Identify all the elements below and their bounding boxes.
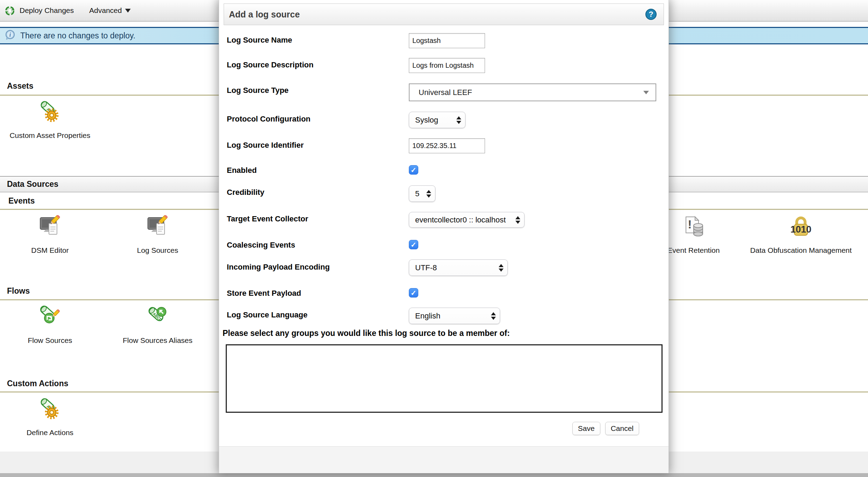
- caret-down-icon: [125, 9, 131, 13]
- admin-item-dsm-editor[interactable]: DSM Editor: [0, 215, 102, 256]
- log-source-type-dropdown[interactable]: Universal LEEF: [409, 83, 656, 101]
- select-stepper-icon: [456, 116, 461, 124]
- incoming-payload-encoding-label: Incoming Payload Encoding: [227, 263, 330, 272]
- admin-item-define-actions[interactable]: AB Define Actions: [0, 397, 102, 438]
- admin-item-log-sources[interactable]: Log Sources: [105, 215, 210, 256]
- groups-selection-box[interactable]: [226, 344, 663, 413]
- padlock-1010-icon: 1010: [748, 215, 853, 237]
- info-bubble-icon: i: [5, 30, 15, 42]
- target-event-collector-value: eventcollector0 :: localhost: [415, 215, 506, 225]
- add-log-source-dialog: Add a log source ? Log Source Name Log S…: [219, 0, 669, 473]
- log-source-language-select[interactable]: English: [409, 308, 500, 324]
- deploy-arrows-icon: [5, 6, 15, 17]
- protocol-configuration-select[interactable]: Syslog: [409, 112, 465, 128]
- coalescing-events-checkbox[interactable]: [409, 240, 418, 249]
- page-bottom-strip: [0, 473, 868, 477]
- admin-item-flow-sources[interactable]: Flow Sources: [0, 305, 102, 346]
- flow-banner-arrow-icon: ABCD: [105, 305, 210, 328]
- question-mark-icon[interactable]: ?: [645, 9, 657, 20]
- incoming-payload-encoding-value: UTF-8: [415, 263, 437, 272]
- incoming-payload-encoding-select[interactable]: UTF-8: [409, 259, 508, 276]
- select-stepper-icon: [499, 264, 504, 272]
- select-stepper-icon: [426, 190, 431, 198]
- target-event-collector-select[interactable]: eventcollector0 :: localhost: [409, 212, 525, 228]
- log-source-type-label: Log Source Type: [227, 86, 289, 95]
- log-source-type-value: Universal LEEF: [419, 88, 472, 97]
- section-title-assets: Assets: [7, 81, 33, 91]
- monitor-pencil-icon: [105, 215, 210, 237]
- icon-caption: Data Obfuscation Management: [748, 245, 853, 256]
- credibility-label: Credibility: [227, 188, 265, 197]
- icon-caption: Flow Sources: [0, 335, 102, 346]
- log-source-description-label: Log Source Description: [227, 60, 313, 69]
- scroll-gear-icon: AB: [0, 100, 102, 123]
- icon-caption: Flow Sources Aliases: [105, 335, 210, 346]
- icon-caption: Define Actions: [0, 427, 102, 438]
- log-source-description-input[interactable]: [409, 58, 485, 73]
- dialog-button-row: Save Cancel: [572, 422, 639, 435]
- chevron-down-icon: [643, 91, 649, 94]
- admin-item-custom-asset-properties[interactable]: AB Custom Asset Properties: [0, 100, 102, 141]
- deploy-changes-label: Deploy Changes: [20, 6, 74, 15]
- section-title-events: Events: [8, 196, 35, 206]
- credibility-select[interactable]: 5: [409, 185, 435, 202]
- target-event-collector-label: Target Event Collector: [227, 214, 308, 223]
- icon-caption: Custom Asset Properties: [0, 130, 102, 141]
- icon-caption: DSM Editor: [0, 245, 102, 256]
- monitor-pencil-icon: [0, 215, 102, 237]
- admin-item-flow-sources-aliases[interactable]: ABCD Flow Sources Aliases: [105, 305, 210, 346]
- log-source-name-label: Log Source Name: [227, 36, 292, 45]
- protocol-configuration-label: Protocol Configuration: [227, 115, 311, 124]
- enabled-label: Enabled: [227, 166, 257, 175]
- advanced-label: Advanced: [89, 6, 122, 15]
- no-changes-message: There are no changes to deploy.: [20, 31, 135, 41]
- store-event-payload-label: Store Event Payload: [227, 289, 301, 298]
- admin-item-data-obfuscation-management[interactable]: 1010 Data Obfuscation Management: [748, 215, 853, 256]
- cancel-button[interactable]: Cancel: [605, 422, 639, 435]
- svg-text:1010: 1010: [790, 224, 811, 235]
- log-source-name-input[interactable]: [409, 33, 485, 48]
- protocol-configuration-value: Syslog: [415, 116, 438, 125]
- flow-banner-pencil-icon: [0, 305, 102, 328]
- svg-text:!: !: [688, 218, 692, 231]
- log-source-language-label: Log Source Language: [227, 310, 308, 320]
- advanced-menu-button[interactable]: Advanced: [89, 6, 130, 15]
- save-button[interactable]: Save: [572, 422, 600, 435]
- coalescing-events-label: Coalescing Events: [227, 241, 295, 250]
- log-source-identifier-label: Log Source Identifier: [227, 141, 304, 150]
- section-title-flows: Flows: [7, 286, 30, 296]
- credibility-value: 5: [415, 189, 419, 198]
- section-title-custom-actions: Custom Actions: [7, 379, 68, 388]
- dialog-title: Add a log source: [229, 9, 300, 20]
- enabled-checkbox[interactable]: [409, 165, 418, 175]
- groups-prompt: Please select any groups you would like …: [223, 329, 510, 338]
- svg-text:i: i: [9, 32, 11, 38]
- select-stepper-icon: [515, 216, 520, 224]
- dialog-footer: [219, 446, 668, 473]
- store-event-payload-checkbox[interactable]: [409, 288, 418, 298]
- section-title-data-sources: Data Sources: [7, 179, 58, 189]
- icon-caption: Log Sources: [105, 245, 210, 256]
- select-stepper-icon: [491, 312, 496, 320]
- log-source-language-value: English: [415, 311, 440, 321]
- scroll-gear-icon: AB: [0, 397, 102, 420]
- deploy-changes-button[interactable]: Deploy Changes: [17, 6, 74, 15]
- dialog-header: Add a log source ?: [224, 3, 664, 25]
- log-source-identifier-input[interactable]: [409, 138, 485, 153]
